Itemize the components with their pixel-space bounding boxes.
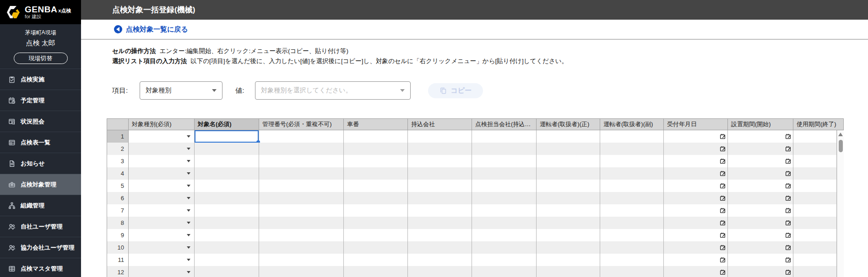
grid-cell[interactable] [728,180,793,192]
calendar-edit-icon[interactable] [720,183,726,189]
grid-cell[interactable] [259,167,344,180]
calendar-edit-icon[interactable] [720,257,726,263]
sidebar-item-inspection-run[interactable]: 点検実施 [0,69,81,90]
calendar-edit-icon[interactable] [785,183,791,189]
grid-cell[interactable] [408,143,472,155]
sidebar-item-organization[interactable]: 組織管理 [0,195,81,216]
cell-dropdown-icon[interactable] [187,222,190,224]
column-header[interactable]: 使用期間(終了) [793,118,844,130]
grid-cell[interactable] [600,204,664,217]
grid-cell[interactable] [664,217,728,229]
grid-cell[interactable] [259,229,344,241]
grid-cell[interactable] [537,192,600,204]
grid-cell[interactable] [344,180,408,192]
grid-cell[interactable] [537,229,600,241]
grid-cell[interactable] [472,204,537,217]
calendar-edit-icon[interactable] [720,220,726,226]
grid-cell[interactable] [793,229,837,241]
grid-cell[interactable] [344,192,408,204]
grid-cell[interactable] [537,254,600,266]
grid-cell[interactable] [408,266,472,277]
sidebar-item-status-inquiry[interactable]: 状況照会 [0,111,81,132]
grid-cell[interactable] [600,229,664,241]
grid-cell[interactable] [344,241,408,254]
grid-cell[interactable] [793,204,837,217]
row-number[interactable]: 6 [107,192,129,204]
grid-cell[interactable] [129,143,195,155]
grid-cell[interactable] [664,241,728,254]
grid-cell[interactable] [537,241,600,254]
cell-dropdown-icon[interactable] [187,246,190,249]
grid-cell[interactable] [728,143,793,155]
grid-cell[interactable] [600,143,664,155]
scrollbar-thumb[interactable] [839,140,843,152]
column-header[interactable]: 管理番号(必須・重複不可) [259,118,344,130]
grid-cell[interactable] [344,266,408,277]
grid-cell[interactable] [793,254,837,266]
calendar-edit-icon[interactable] [785,195,791,201]
grid-cell[interactable] [195,180,259,192]
grid-cell[interactable] [195,254,259,266]
grid-cell[interactable] [408,204,472,217]
grid-cell[interactable] [195,217,259,229]
grid-cell[interactable] [600,254,664,266]
grid-cell[interactable] [472,254,537,266]
cell-dropdown-icon[interactable] [187,259,190,261]
cell-dropdown-icon[interactable] [187,234,190,236]
grid-cell[interactable] [129,241,195,254]
column-header[interactable]: 運転者(取扱者)(副) [600,118,664,130]
grid-cell[interactable] [472,192,537,204]
grid-cell[interactable] [195,266,259,277]
column-header[interactable]: 受付年月日 [664,118,728,130]
grid-cell[interactable] [129,229,195,241]
grid-cell[interactable] [344,217,408,229]
grid-cell[interactable] [664,204,728,217]
grid-cell[interactable] [600,266,664,277]
app-logo[interactable]: GENBAx点検 for 建設 [0,0,81,24]
grid-cell[interactable] [472,217,537,229]
grid-cell[interactable] [728,217,793,229]
grid-cell[interactable] [537,130,600,143]
grid-cell[interactable] [728,254,793,266]
grid-cell[interactable] [664,229,728,241]
grid-cell[interactable] [600,155,664,167]
cell-dropdown-icon[interactable] [187,160,190,162]
site-switch-button[interactable]: 現場切替 [14,53,68,64]
grid-cell[interactable] [259,192,344,204]
grid-cell[interactable] [344,155,408,167]
row-number[interactable]: 4 [107,167,129,180]
calendar-edit-icon[interactable] [720,195,726,201]
grid-cell[interactable] [129,217,195,229]
calendar-edit-icon[interactable] [720,170,726,176]
calendar-edit-icon[interactable] [720,146,726,152]
item-select[interactable]: 対象種別 [140,81,222,100]
grid-cell[interactable] [537,143,600,155]
grid-cell[interactable] [408,167,472,180]
row-number[interactable]: 7 [107,204,129,217]
row-number[interactable]: 12 [107,266,129,277]
calendar-edit-icon[interactable] [720,133,726,139]
back-to-list-link[interactable]: 点検対象一覧に戻る [114,25,188,34]
grid-cell[interactable] [728,167,793,180]
grid-cell[interactable] [600,167,664,180]
grid-cell[interactable] [344,229,408,241]
cell-dropdown-icon[interactable] [187,271,190,273]
grid-cell[interactable] [793,180,837,192]
grid-cell[interactable] [472,155,537,167]
grid-cell[interactable] [793,192,837,204]
grid-cell[interactable] [129,180,195,192]
grid-cell[interactable] [793,130,837,143]
value-select[interactable]: 対象種別を選択してください。 [255,81,411,100]
row-number[interactable]: 2 [107,143,129,155]
column-header[interactable]: 設置期間(開始) [728,118,793,130]
grid-cell[interactable] [344,143,408,155]
sidebar-item-sheet-list[interactable]: 点検表一覧 [0,132,81,153]
grid-cell[interactable] [728,204,793,217]
grid-cell[interactable] [344,204,408,217]
grid-cell[interactable] [664,254,728,266]
row-number[interactable]: 8 [107,217,129,229]
calendar-edit-icon[interactable] [785,208,791,213]
grid-corner-cell[interactable] [107,118,129,130]
column-header[interactable]: 運転者(取扱者)(正) [537,118,600,130]
grid-cell[interactable] [195,204,259,217]
